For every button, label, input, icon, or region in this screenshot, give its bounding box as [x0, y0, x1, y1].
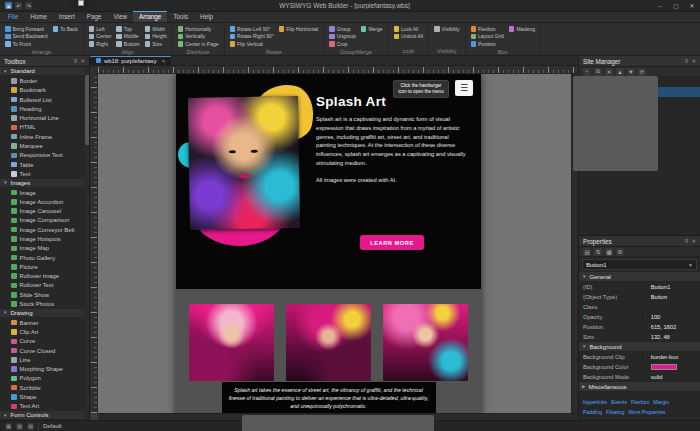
toolbox-item-morphing-shape[interactable]: Morphing Shape [0, 365, 84, 374]
toolbox-section-drawing[interactable]: ▼Drawing [0, 309, 84, 318]
ribbon-button-group[interactable]: Group [328, 25, 357, 33]
ai-portrait-image[interactable] [188, 96, 300, 230]
ribbon-button-width[interactable]: Width [144, 25, 168, 33]
toolbox-item-clip-art[interactable]: Clip Art [0, 327, 84, 336]
toolbox-item-stock-photos[interactable]: Stock Photos [0, 299, 84, 308]
menu-tab-home[interactable]: Home [24, 11, 53, 22]
save-icon[interactable]: ▣ [5, 2, 12, 9]
toolbox-item-banner[interactable]: Banner [0, 318, 84, 327]
alphabetical-view-icon[interactable]: ⇅ [594, 248, 602, 256]
web-page[interactable]: Click the hamburger icon to open the men… [176, 74, 481, 413]
ai-note-text[interactable]: All images were created with AI. [316, 177, 470, 183]
ribbon-button-visibility[interactable]: Visibility [433, 25, 460, 33]
menu-tab-insert[interactable]: Insert [53, 11, 81, 22]
menu-tab-page[interactable]: Page [81, 11, 108, 22]
hero-text-block[interactable]: Splash Art Splash art is a captivating a… [316, 94, 470, 183]
toolbox-item-shape[interactable]: Shape [0, 392, 84, 401]
toolbox-item-image-accordion[interactable]: Image Accordion [0, 197, 84, 206]
toolbox-item-picture[interactable]: Picture [0, 262, 84, 271]
ribbon-button-top[interactable]: Top [115, 25, 140, 33]
toolbox-item-image-conveyor-belt[interactable]: Image Conveyor Belt [0, 225, 84, 234]
property-value[interactable]: solid [647, 372, 700, 381]
gallery-image-1[interactable] [189, 304, 274, 381]
ribbon-button-center-in-page[interactable]: Center in Page [177, 40, 220, 48]
page-title[interactable]: Splash Art [316, 94, 470, 109]
move-up-icon[interactable]: ▲ [616, 68, 624, 76]
toolbox-section-standard[interactable]: ▼Standard [0, 67, 84, 76]
property-value[interactable] [647, 362, 700, 371]
pin-icon[interactable]: ⊽ [684, 58, 688, 64]
toolbox-item-image[interactable]: Image [0, 188, 84, 197]
gallery-image-2[interactable] [286, 304, 371, 381]
property-value[interactable]: 100 [647, 312, 700, 321]
ribbon-button-center[interactable]: Center [88, 33, 113, 41]
ribbon-button-middle[interactable]: Middle [115, 33, 140, 41]
property-section-background[interactable]: ▼Background [579, 342, 700, 352]
toolbox-item-table[interactable]: Table [0, 160, 84, 169]
ribbon-button-position[interactable]: Position [470, 40, 505, 48]
gallery-section[interactable]: Splash art takes the essence of street a… [176, 289, 481, 413]
ribbon-button-rotate-right-90[interactable]: Rotate Right 90° [229, 33, 275, 41]
ribbon-button-to-front[interactable]: To Front [4, 40, 49, 48]
ribbon-button-ungroup[interactable]: Ungroup [328, 33, 357, 41]
close-panel-icon[interactable]: ✕ [691, 58, 696, 64]
toolbox-item-text-art[interactable]: Text Art [0, 402, 84, 411]
background-color-swatch[interactable] [651, 364, 677, 370]
footer-link-margin[interactable]: Margin [653, 398, 669, 407]
splash-art-image[interactable] [184, 90, 306, 238]
delete-page-icon[interactable]: ✕ [605, 68, 613, 76]
toolbox-item-bulleted-list[interactable]: Bulleted List [0, 95, 84, 104]
grid-view-icon[interactable]: ▦ [5, 423, 12, 430]
property-value[interactable]: Button1 [647, 282, 700, 291]
gallery-image-3[interactable] [383, 304, 468, 381]
ribbon-button-flip-vertical[interactable]: Flip Vertical [229, 40, 275, 48]
ribbon-button-flip-horizontal[interactable]: Flip Horizontal [278, 25, 319, 33]
ribbon-button-lock-all[interactable]: Lock All [393, 25, 424, 33]
undo-icon[interactable]: ↶ [15, 2, 22, 9]
toolbox-item-scribble[interactable]: Scribble [0, 383, 84, 392]
quote-text[interactable]: Splash art takes the essence of street a… [222, 382, 436, 413]
ribbon-button-size[interactable]: Size [144, 40, 168, 48]
toolbox-item-rollover-image[interactable]: Rollover Image [0, 272, 84, 281]
add-page-icon[interactable]: ＋ [583, 68, 591, 76]
toolbox-item-inline-frame[interactable]: Inline Frame [0, 132, 84, 141]
canvas-horizontal-scrollbar[interactable] [98, 413, 578, 420]
menu-tab-view[interactable]: View [107, 11, 133, 22]
ribbon-button-left[interactable]: Left [88, 25, 113, 33]
ribbon-button-to-back[interactable]: To Back [52, 25, 79, 33]
redo-icon[interactable]: ↷ [25, 2, 32, 9]
menu-tab-help[interactable]: Help [194, 11, 219, 22]
ribbon-button-rotate-left-90[interactable]: Rotate Left 90° [229, 25, 275, 33]
menu-tab-file[interactable]: File [2, 11, 24, 22]
ribbon-button-masking[interactable]: Masking [508, 25, 536, 33]
clone-page-icon[interactable]: ⧉ [594, 68, 602, 76]
settings-icon[interactable]: ⚙ [616, 248, 624, 256]
guides-icon[interactable]: ▧ [16, 423, 23, 430]
object-selector-dropdown[interactable]: Button1 ▼ [582, 259, 697, 270]
pin-icon[interactable]: ⊽ [684, 238, 688, 244]
toolbox-item-image-map[interactable]: Image Map [0, 244, 84, 253]
ribbon-button-flexbox[interactable]: Flexbox [470, 25, 505, 33]
footer-link-padding[interactable]: Padding [583, 408, 602, 417]
footer-link-hyperlinks[interactable]: Hyperlinks [583, 398, 607, 407]
ribbon-button-bottom[interactable]: Bottom [115, 40, 140, 48]
property-section-general[interactable]: ▼General [579, 272, 700, 282]
footer-link-more-properties[interactable]: More Properties [629, 408, 666, 417]
property-pages-icon[interactable]: ▦ [605, 248, 613, 256]
hero-section[interactable]: Click the hamburger icon to open the men… [176, 74, 481, 289]
toolbox-item-html[interactable]: HTML [0, 123, 84, 132]
ribbon-button-vertically[interactable]: Vertically [177, 33, 220, 41]
ribbon-button-height[interactable]: Height [144, 33, 168, 41]
refresh-icon[interactable]: ⟳ [638, 68, 646, 76]
tab-close-icon[interactable]: × [162, 58, 166, 64]
ribbon-button-send-backward[interactable]: Send Backward [4, 33, 49, 41]
toolbox-item-image-carousel[interactable]: Image Carousel [0, 206, 84, 215]
ribbon-button-crop[interactable]: Crop [328, 40, 357, 48]
categorized-view-icon[interactable]: ▤ [583, 248, 591, 256]
ribbon-button-right[interactable]: Right [88, 40, 113, 48]
toolbox-item-responsive-text[interactable]: Responsive Text [0, 151, 84, 160]
property-value[interactable]: border-box [647, 352, 700, 361]
toolbox-item-image-hotspots[interactable]: Image Hotspots [0, 234, 84, 243]
toolbox-item-photo-gallery[interactable]: Photo Gallery [0, 253, 84, 262]
hero-paragraph[interactable]: Splash art is a captivating and dynamic … [316, 115, 470, 168]
